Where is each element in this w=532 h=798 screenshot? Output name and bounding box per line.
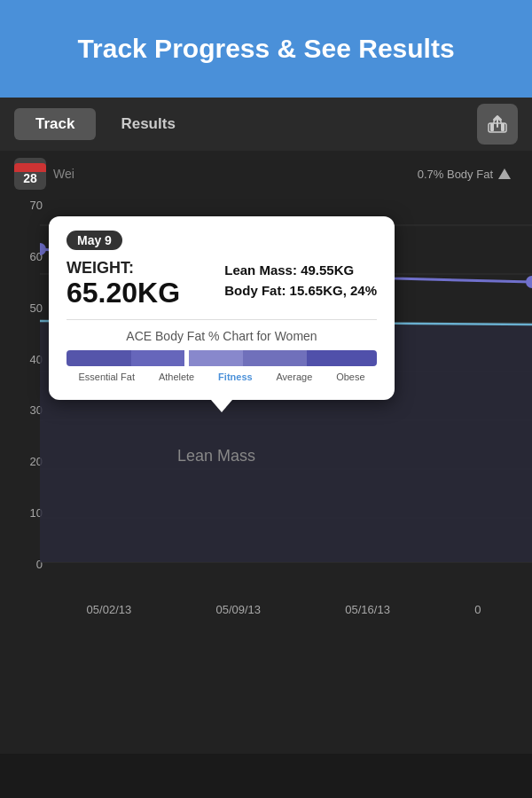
y-label-60: 60 xyxy=(7,250,43,263)
tab-track[interactable]: Track xyxy=(14,108,96,140)
bar-athlete xyxy=(131,350,185,366)
bar-average xyxy=(243,350,308,366)
svg-point-15 xyxy=(526,276,532,288)
tooltip-popup: May 9 WEIGHT: 65.20KG Lean Mass: 49.55KG… xyxy=(49,216,395,400)
x-label-end: 0 xyxy=(474,603,481,616)
svg-point-12 xyxy=(40,243,46,255)
y-label-10: 10 xyxy=(7,506,43,520)
bar-labels: Essential Fat Athelete Fitness Average O… xyxy=(66,372,377,382)
chart-container: 28 Wei 0.7% Body Fat 70 60 50 40 30 20 1… xyxy=(0,151,532,754)
bar-obese xyxy=(307,350,377,366)
y-label-40: 40 xyxy=(7,353,43,366)
bar-essential-fat xyxy=(66,350,131,366)
header-title: Track Progress & See Results xyxy=(77,34,454,64)
svg-rect-0 xyxy=(490,123,494,131)
body-fat-bar xyxy=(66,350,377,366)
tooltip-date: May 9 xyxy=(66,231,122,250)
y-label-20: 20 xyxy=(7,455,43,468)
tooltip-chart-title: ACE Body Fat % Chart for Women xyxy=(66,329,377,343)
y-label-70: 70 xyxy=(7,199,43,212)
share-button[interactable] xyxy=(477,104,518,145)
y-axis: 70 60 50 40 30 20 10 0 xyxy=(7,190,43,598)
tab-bar: Track Results xyxy=(0,98,532,151)
tooltip-weight-title: WEIGHT: xyxy=(66,259,180,278)
body-fat-axis-label: 0.7% Body Fat xyxy=(418,168,493,181)
bar-fitness xyxy=(189,350,243,366)
tooltip-lean-mass: Lean Mass: 49.55KG xyxy=(224,262,377,278)
header-banner: Track Progress & See Results xyxy=(0,0,532,98)
label-fitness: Fitness xyxy=(218,372,253,382)
y-label-50: 50 xyxy=(7,301,43,315)
label-obese: Obese xyxy=(336,372,364,382)
label-essential-fat: Essential Fat xyxy=(78,372,135,382)
y-label-30: 30 xyxy=(7,403,43,417)
weight-axis-label: Wei xyxy=(53,167,74,181)
tooltip-divider xyxy=(66,319,377,320)
svg-rect-1 xyxy=(501,123,505,131)
triangle-up-icon xyxy=(498,168,511,179)
tooltip-weight-value: 65.20KG xyxy=(66,278,180,309)
tab-results[interactable]: Results xyxy=(99,108,196,140)
tooltip-body-fat: Body Fat: 15.65KG, 24% xyxy=(224,283,377,298)
chart-area: 70 60 50 40 30 20 10 0 xyxy=(0,190,532,598)
x-axis: 05/02/13 05/09/13 05/16/13 0 xyxy=(0,598,532,616)
x-label-0502: 05/02/13 xyxy=(87,603,132,616)
label-average: Average xyxy=(276,372,312,382)
x-label-0516: 05/16/13 xyxy=(345,603,390,616)
x-label-0509: 05/09/13 xyxy=(215,603,261,616)
y-label-0: 0 xyxy=(7,558,43,571)
calendar-icon[interactable]: 28 xyxy=(14,158,46,190)
label-athlete: Athelete xyxy=(159,372,194,382)
